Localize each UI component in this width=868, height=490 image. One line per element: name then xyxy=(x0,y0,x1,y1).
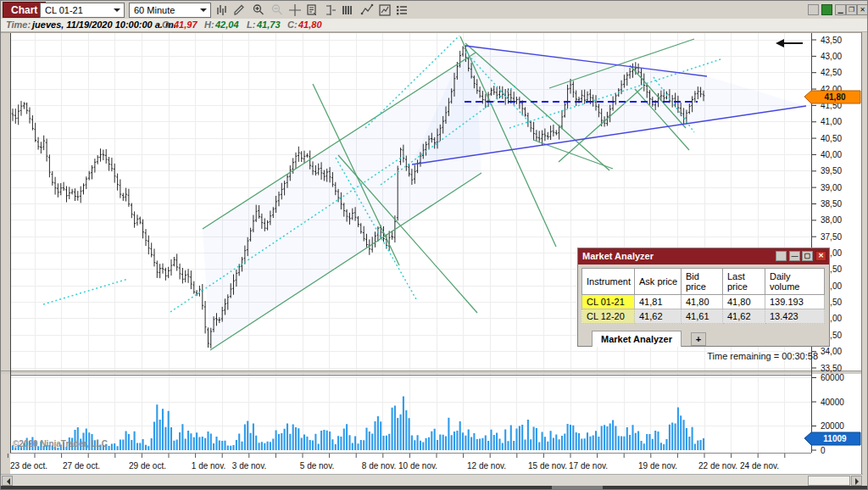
col-last-price[interactable]: Last price xyxy=(723,269,765,295)
volume-axis-label: 20000 xyxy=(821,421,844,431)
maximize-button[interactable]: ▢ xyxy=(802,251,813,261)
interval-select-value: 60 Minute xyxy=(134,5,175,15)
instrument-select-value: CL 01-21 xyxy=(45,5,83,15)
time-remaining: Time remaining = 00:30:58 xyxy=(689,351,818,361)
interval-select[interactable]: 60 Minute xyxy=(129,3,211,18)
cell-volume: 139.193 xyxy=(765,295,825,309)
price-axis-label: 42,50 xyxy=(821,68,842,77)
open-value: 41,97 xyxy=(174,19,198,30)
data-box-icon[interactable] xyxy=(304,3,320,17)
minimize-button[interactable]: — xyxy=(789,251,800,261)
volume-marker-value: 11009 xyxy=(823,434,847,443)
window-bottom-edge xyxy=(1,486,868,490)
price-axis-label: 43,00 xyxy=(821,52,842,61)
crosshair-icon[interactable] xyxy=(287,3,303,17)
status-button-gray[interactable] xyxy=(776,251,787,261)
price-axis-label: 40,50 xyxy=(821,134,842,143)
col-ask-price[interactable]: Ask price xyxy=(635,269,682,295)
cell-instrument: CL 12-20 xyxy=(582,309,635,324)
toolbar: Chart CL 01-21 60 Minute xyxy=(1,1,868,19)
market-analyzer-titlebar[interactable]: Market Analyzer — ▢ ✕ xyxy=(578,248,829,264)
date-axis-label: 3 de nov. xyxy=(232,461,266,471)
last-price-marker-value: 41,80 xyxy=(824,92,845,102)
close-value: 41,80 xyxy=(298,19,322,30)
zoom-out-icon[interactable] xyxy=(270,3,285,17)
properties-icon[interactable] xyxy=(394,3,409,17)
restore-button[interactable]: ❐ xyxy=(846,4,857,15)
volume-axis-label: 60000 xyxy=(821,373,844,382)
high-value: 42,04 xyxy=(215,19,239,30)
cell-last: 41,62 xyxy=(723,309,765,324)
tab-market-analyzer[interactable]: Market Analyzer xyxy=(592,331,682,347)
market-analyzer-window: Market Analyzer — ▢ ✕ Instrument Ask pri… xyxy=(577,248,830,347)
cell-last: 41,80 xyxy=(723,295,765,309)
cell-instrument: CL 01-21 xyxy=(582,295,635,309)
chart-canvas[interactable]: 43,5043,0042,5042,0041,5041,0040,5040,00… xyxy=(1,1,868,490)
scroll-left-button[interactable] xyxy=(2,476,13,486)
high-label: H: xyxy=(204,19,214,30)
bar-spacing-icon[interactable] xyxy=(340,3,355,17)
price-axis-label: 43,50 xyxy=(821,36,842,45)
status-button-gray[interactable] xyxy=(808,4,819,15)
col-bid-price[interactable]: Bid price xyxy=(682,269,723,295)
time-label: Time: xyxy=(6,19,31,30)
date-axis-label: 17 de nov. xyxy=(569,461,608,471)
ninjatrader-chart-window: 43,5043,0042,5042,0041,5041,0040,5040,00… xyxy=(0,0,868,490)
date-axis-label: 22 de nov. xyxy=(698,461,737,471)
cell-ask: 41,62 xyxy=(635,309,682,324)
price-axis-label: 34,00 xyxy=(821,347,842,356)
low-label: L: xyxy=(247,19,255,30)
date-axis-label: 1 de nov. xyxy=(192,461,225,471)
scroll-right-button[interactable] xyxy=(851,476,862,486)
close-label: C: xyxy=(287,19,298,30)
bar-type-icon[interactable] xyxy=(214,3,229,17)
date-axis-label: 5 de nov. xyxy=(300,461,334,471)
chart-style-icon[interactable] xyxy=(377,3,392,17)
chevron-down-icon xyxy=(114,8,120,15)
zigzag-icon[interactable] xyxy=(359,3,375,17)
cell-volume: 13.423 xyxy=(765,309,825,324)
instrument-select[interactable]: CL 01-21 xyxy=(40,3,125,18)
cell-ask: 41,81 xyxy=(635,295,682,309)
col-instrument[interactable]: Instrument xyxy=(582,269,635,295)
market-analyzer-table: Instrument Ask price Bid price Last pric… xyxy=(581,268,825,324)
price-axis-label: 39,00 xyxy=(821,183,842,192)
time-value: jueves, 11/19/2020 10:00:00 a. m. xyxy=(32,19,176,30)
date-axis-label: 10 de nov. xyxy=(398,461,437,471)
date-axis-label: 27 de oct. xyxy=(63,461,100,471)
date-axis-label: 29 de oct. xyxy=(129,461,166,471)
draw-pencil-icon[interactable] xyxy=(231,3,247,17)
date-axis-label: 8 de nov. xyxy=(362,461,396,471)
zoom-in-icon[interactable] xyxy=(251,3,266,17)
data-line: Time: jueves, 11/19/2020 10:00:00 a. m. … xyxy=(1,19,868,32)
minimize-button[interactable]: ▁ xyxy=(835,4,846,15)
status-button-green[interactable] xyxy=(821,4,832,15)
price-axis-label: 37,50 xyxy=(821,232,842,242)
copyright-text: ©2020 NinjaTrader, LLC xyxy=(13,439,108,448)
cell-bid: 41,80 xyxy=(682,295,723,309)
add-tab-button[interactable]: + xyxy=(691,332,706,346)
price-axis-label: 33,50 xyxy=(821,364,842,373)
volume-axis-label: 40000 xyxy=(821,398,844,407)
chevron-down-icon xyxy=(200,8,207,15)
tab-strip: Market Analyzer + xyxy=(578,330,829,348)
open-label: O: xyxy=(162,19,172,30)
panel-icon[interactable] xyxy=(323,3,338,17)
scrollbar-thumb[interactable] xyxy=(808,476,850,486)
close-button[interactable]: ✕ xyxy=(857,4,868,15)
horizontal-scrollbar[interactable] xyxy=(1,474,863,486)
copyright: ©2020 NinjaTrader, LLC xyxy=(13,439,108,448)
close-icon[interactable]: ✕ xyxy=(815,251,826,261)
date-axis-label: 19 de nov. xyxy=(638,461,677,471)
market-analyzer-title: Market Analyzer xyxy=(582,251,654,261)
date-axis-label: 24 de nov. xyxy=(740,461,779,471)
table-header-row: Instrument Ask price Bid price Last pric… xyxy=(582,269,825,295)
volume-axis-label: 0 xyxy=(821,446,826,455)
table-row[interactable]: CL 01-21 41,81 41,80 41,80 139.193 xyxy=(582,295,825,309)
table-row[interactable]: CL 12-20 41,62 41,61 41,62 13.423 xyxy=(582,309,825,324)
low-value: 41,73 xyxy=(257,19,281,30)
col-daily-volume[interactable]: Daily volume xyxy=(765,269,825,295)
date-axis-label: 23 de oct. xyxy=(10,461,47,471)
price-axis-label: 39,50 xyxy=(821,166,842,175)
date-axis-label: 12 de nov. xyxy=(467,461,506,471)
